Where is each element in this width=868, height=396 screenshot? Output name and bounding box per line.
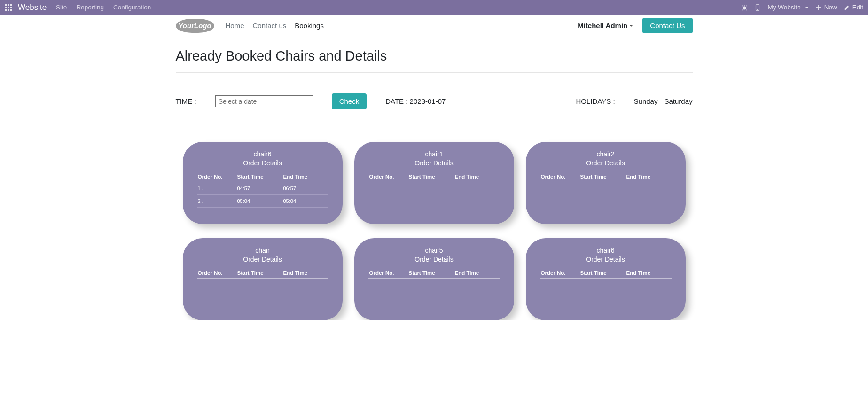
svg-rect-0 [5,4,7,6]
col-start-time: Start Time [236,268,282,279]
col-order-no: Order No. [540,268,579,279]
holidays-list: Sunday Saturday [634,97,693,105]
user-name: Mitchell Admin [578,22,627,30]
col-end-time: End Time [626,268,672,279]
my-website-dropdown[interactable]: My Website [767,4,808,11]
chair-card: chair Order Details Order No. Start Time… [183,238,343,320]
order-no-cell: 2 . [197,195,236,208]
svg-rect-3 [5,7,7,8]
end-time-cell: 05:04 [282,195,328,208]
holidays-label: HOLIDAYS : [576,97,615,105]
chair-name: chair [197,247,328,254]
date-label: DATE : [385,97,409,105]
chair-card: chair5 Order Details Order No. Start Tim… [354,238,514,320]
chair-card: chair6 Order Details Order No. Start Tim… [183,142,343,224]
col-end-time: End Time [282,171,328,182]
chair-card: chair6 Order Details Order No. Start Tim… [526,238,686,320]
navbar: YourLogo Home Contact us Bookings Mitche… [0,15,868,37]
col-order-no: Order No. [197,268,236,279]
edit-label: Edit [852,4,863,11]
caret-down-icon [629,25,633,27]
col-order-no: Order No. [368,268,408,279]
my-website-label: My Website [767,4,800,11]
topbar: Website Site Reporting Configuration My … [0,0,868,15]
order-details-label: Order Details [197,256,328,263]
chair-name: chair5 [368,247,500,254]
date-display: DATE : 2023-01-07 [385,97,446,105]
col-end-time: End Time [626,171,672,182]
filter-row: TIME : Check DATE : 2023-01-07 HOLIDAYS … [176,93,693,109]
holiday-item: Saturday [664,97,692,105]
order-no-cell: 1 . [197,182,236,195]
menu-reporting[interactable]: Reporting [76,4,104,11]
col-start-time: Start Time [408,171,454,182]
svg-rect-7 [8,9,9,11]
chair-name: chair6 [540,247,672,254]
holiday-item: Sunday [634,97,658,105]
check-button[interactable]: Check [332,93,367,109]
mobile-icon[interactable] [754,4,761,11]
col-end-time: End Time [282,268,328,279]
svg-rect-6 [5,9,7,11]
svg-rect-2 [10,4,12,6]
date-input[interactable] [215,95,313,107]
chair-card: chair2 Order Details Order No. Start Tim… [526,142,686,224]
nav-bookings[interactable]: Bookings [295,22,324,30]
start-time-cell: 04:57 [236,182,282,195]
start-time-cell: 05:04 [236,195,282,208]
new-button[interactable]: New [815,4,837,11]
svg-point-9 [743,6,746,9]
order-table: Order No. Start Time End Time [197,268,328,279]
table-row: 2 . 05:04 05:04 [197,195,328,208]
menu-site[interactable]: Site [56,4,67,11]
col-order-no: Order No. [197,171,236,182]
contact-us-button[interactable]: Contact Us [642,18,692,33]
order-details-label: Order Details [540,159,672,167]
order-table: Order No. Start Time End Time [368,268,500,279]
apps-grid-icon[interactable] [5,4,12,11]
table-row: 1 . 04:57 06:57 [197,182,328,195]
chair-card: chair1 Order Details Order No. Start Tim… [354,142,514,224]
edit-button[interactable]: Edit [844,4,863,11]
end-time-cell: 06:57 [282,182,328,195]
order-details-label: Order Details [197,159,328,167]
chair-name: chair6 [197,150,328,158]
order-details-label: Order Details [540,256,672,263]
page-content: Already Booked Chairs and Details TIME :… [176,37,693,320]
order-table: Order No. Start Time End Time [368,171,500,182]
order-details-label: Order Details [368,159,500,167]
chair-name: chair2 [540,150,672,158]
order-details-label: Order Details [368,256,500,263]
caret-down-icon [805,7,809,8]
nav-contact-us[interactable]: Contact us [253,22,287,30]
app-name[interactable]: Website [18,3,47,12]
bug-icon[interactable] [741,4,748,11]
svg-rect-5 [10,7,12,8]
col-start-time: Start Time [236,171,282,182]
page-title: Already Booked Chairs and Details [176,48,693,73]
svg-rect-1 [8,4,9,6]
order-table: Order No. Start Time End Time [540,268,672,279]
col-start-time: Start Time [579,171,626,182]
logo-text: YourLogo [178,22,211,30]
new-label: New [824,4,837,11]
col-end-time: End Time [454,171,500,182]
chair-name: chair1 [368,150,500,158]
user-dropdown[interactable]: Mitchell Admin [578,22,633,30]
cards-grid: chair6 Order Details Order No. Start Tim… [176,142,693,320]
col-order-no: Order No. [540,171,579,182]
time-label: TIME : [176,97,196,105]
order-table: Order No. Start Time End Time [540,171,672,182]
col-end-time: End Time [454,268,500,279]
svg-rect-4 [8,7,9,8]
menu-configuration[interactable]: Configuration [113,4,151,11]
col-order-no: Order No. [368,171,408,182]
col-start-time: Start Time [408,268,454,279]
logo[interactable]: YourLogo [176,19,214,33]
svg-rect-8 [10,9,12,11]
order-table: Order No. Start Time End Time 1 . 04:57 … [197,171,328,208]
date-value: 2023-01-07 [410,97,446,105]
col-start-time: Start Time [579,268,626,279]
nav-home[interactable]: Home [226,22,244,30]
